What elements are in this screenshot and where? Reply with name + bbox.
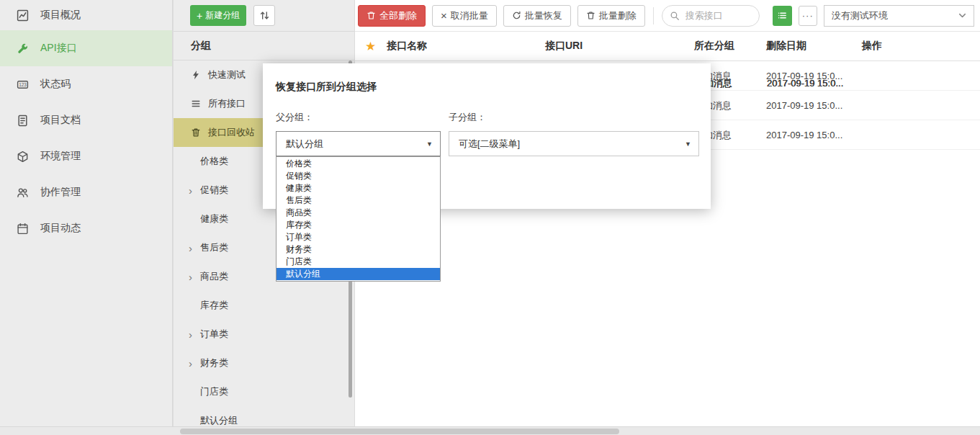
more-options-button[interactable]: ···	[799, 6, 817, 26]
select-arrow-icon: ▼	[685, 140, 691, 148]
sidebar: 项目概况 API接口 123 状态码 项目文档 环境管理 协作管理 项目动态	[0, 0, 173, 435]
groups-item-label: 所有接口	[208, 97, 246, 110]
group-category-finance[interactable]: › 财务类	[174, 349, 354, 377]
group-category-label: 库存类	[200, 299, 228, 312]
batch-delete-button[interactable]: 批量删除	[577, 5, 645, 27]
sidebar-item-env-management[interactable]: 环境管理	[0, 138, 172, 174]
sidebar-item-collaboration[interactable]: 协作管理	[0, 174, 172, 210]
horizontal-scrollbar	[0, 426, 980, 435]
group-category-inventory[interactable]: 库存类	[174, 291, 354, 320]
plus-icon: +	[197, 11, 202, 21]
child-group-value: 可选[二级菜单]	[459, 138, 520, 151]
main-toolbar: 全部删除 × 取消批量 批量恢复 批量删除	[355, 0, 980, 32]
document-icon	[16, 114, 29, 127]
trash-icon	[367, 11, 376, 20]
group-category-label: 价格类	[200, 155, 228, 168]
dropdown-option[interactable]: 商品类	[277, 207, 440, 219]
chevron-right-icon: ›	[189, 272, 200, 282]
column-header-uri: 接口URI	[545, 32, 583, 60]
new-group-label: 新建分组	[205, 9, 240, 22]
sidebar-item-api[interactable]: API接口	[0, 30, 172, 66]
ellipsis-icon: ···	[802, 10, 814, 21]
group-category-label: 健康类	[200, 212, 228, 225]
list-icon	[191, 99, 202, 109]
table-header: ★ 接口名称 接口URI 所在分组 删除日期 操作	[355, 32, 980, 61]
calendar-icon	[16, 222, 29, 235]
cancel-batch-label: 取消批量	[451, 9, 488, 22]
parent-group-value: 默认分组	[286, 138, 323, 151]
chevron-right-icon: ›	[189, 243, 200, 254]
group-category-label: 门店类	[200, 385, 228, 398]
quick-test-icon	[191, 70, 202, 80]
toolbar-divider	[653, 7, 654, 24]
group-category-label: 财务类	[200, 356, 228, 369]
chart-icon	[16, 9, 29, 22]
search-icon	[670, 11, 680, 21]
group-category-label: 订单类	[200, 328, 228, 341]
delete-all-button[interactable]: 全部删除	[358, 5, 426, 27]
sidebar-item-project-overview[interactable]: 项目概况	[0, 0, 172, 30]
star-icon: ★	[365, 32, 376, 60]
sort-groups-button[interactable]	[253, 5, 275, 26]
child-group-select[interactable]: 可选[二级菜单] ▼	[449, 131, 699, 156]
child-group-label: 子分组：	[449, 111, 486, 124]
horizontal-scrollbar-thumb[interactable]	[180, 429, 619, 434]
dropdown-option[interactable]: 门店类	[277, 256, 440, 268]
dropdown-option[interactable]: 健康类	[277, 182, 440, 194]
sort-icon	[259, 10, 270, 21]
sidebar-item-label: 协作管理	[40, 186, 81, 199]
sidebar-item-project-activity[interactable]: 项目动态	[0, 210, 172, 246]
cell-date: 2017-09-19 15:0...	[766, 91, 842, 120]
parent-group-select[interactable]: 默认分组 ▼	[276, 131, 441, 156]
dropdown-option[interactable]: 库存类	[277, 219, 440, 231]
refresh-icon	[512, 11, 521, 20]
delete-all-label: 全部删除	[379, 9, 417, 22]
dropdown-option[interactable]: 订单类	[277, 231, 440, 243]
dropdown-option[interactable]: 促销类	[277, 170, 440, 182]
cell-date: 2017-09-19 15:0...	[766, 120, 842, 150]
search-input[interactable]	[684, 9, 753, 22]
groups-toolbar: + 新建分组	[174, 0, 354, 32]
trash-icon	[191, 127, 202, 138]
dropdown-option[interactable]: 价格类	[277, 158, 440, 170]
modal-title: 恢复接口所到分组选择	[276, 81, 377, 94]
new-group-button[interactable]: + 新建分组	[190, 5, 246, 26]
sidebar-item-label: API接口	[40, 42, 77, 55]
cell-date: 2017-09-19 15:0...	[766, 61, 842, 91]
column-header-date: 删除日期	[766, 32, 806, 60]
cancel-batch-button[interactable]: × 取消批量	[432, 5, 497, 27]
test-env-value: 没有测试环境	[832, 9, 888, 22]
dropdown-option[interactable]: 财务类	[277, 243, 440, 256]
list-view-button[interactable]	[773, 6, 792, 26]
cube-icon	[16, 150, 29, 163]
column-header-name: 接口名称	[387, 32, 427, 60]
sidebar-item-label: 项目概况	[40, 9, 81, 22]
sidebar-item-label: 环境管理	[40, 150, 81, 163]
chevron-right-icon: ›	[189, 185, 200, 196]
chevron-right-icon: ›	[189, 358, 200, 369]
parent-group-label: 父分组：	[276, 111, 313, 124]
search-box	[662, 5, 760, 27]
status-code-icon: 123	[16, 78, 29, 91]
group-category-label: 售后类	[200, 241, 228, 254]
parent-group-dropdown: 价格类 促销类 健康类 售后类 商品类 库存类 订单类 财务类 门店类 默认分组	[276, 156, 441, 282]
list-view-icon	[777, 10, 788, 21]
dropdown-option-selected[interactable]: 默认分组	[277, 268, 440, 280]
dropdown-option[interactable]: 售后类	[277, 194, 440, 207]
sidebar-item-label: 状态码	[40, 78, 71, 91]
sidebar-item-status-code[interactable]: 123 状态码	[0, 66, 172, 102]
batch-delete-label: 批量删除	[599, 9, 637, 22]
select-arrow-icon: ▼	[426, 140, 433, 148]
groups-item-label: 接口回收站	[208, 126, 255, 139]
batch-restore-label: 批量恢复	[525, 9, 562, 22]
test-env-select[interactable]: 没有测试环境	[824, 5, 974, 27]
group-category-store[interactable]: 门店类	[174, 377, 354, 406]
batch-restore-button[interactable]: 批量恢复	[503, 5, 571, 27]
trash-icon	[586, 11, 595, 20]
restore-group-modal: 恢复接口所到分组选择 父分组： 子分组： 默认分组 ▼ 可选[二级菜单] ▼ 价…	[263, 63, 711, 209]
group-category-label: 默认分组	[200, 414, 238, 427]
sidebar-item-project-docs[interactable]: 项目文档	[0, 102, 172, 138]
groups-panel-title: 分组	[174, 32, 354, 60]
svg-text:123: 123	[19, 81, 27, 86]
group-category-order[interactable]: › 订单类	[174, 320, 354, 349]
